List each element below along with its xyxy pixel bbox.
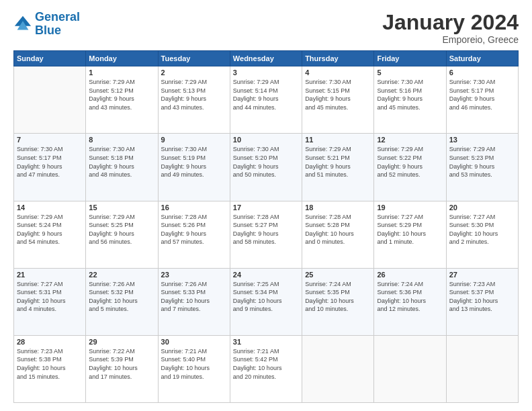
table-row: 15Sunrise: 7:29 AM Sunset: 5:25 PM Dayli… xyxy=(86,201,158,268)
table-row: 20Sunrise: 7:27 AM Sunset: 5:30 PM Dayli… xyxy=(446,201,518,268)
table-row: 26Sunrise: 7:24 AM Sunset: 5:36 PM Dayli… xyxy=(374,268,446,335)
day-info: Sunrise: 7:29 AM Sunset: 5:12 PM Dayligh… xyxy=(89,78,154,111)
col-monday: Monday xyxy=(86,51,158,66)
table-row: 24Sunrise: 7:25 AM Sunset: 5:34 PM Dayli… xyxy=(230,268,302,335)
col-thursday: Thursday xyxy=(302,51,374,66)
day-number: 29 xyxy=(89,338,154,346)
day-info: Sunrise: 7:29 AM Sunset: 5:13 PM Dayligh… xyxy=(161,78,227,111)
table-row xyxy=(14,66,86,134)
table-row: 9Sunrise: 7:30 AM Sunset: 5:19 PM Daylig… xyxy=(158,134,230,201)
day-info: Sunrise: 7:30 AM Sunset: 5:15 PM Dayligh… xyxy=(305,78,371,111)
month-title: January 2024 xyxy=(382,11,519,34)
day-number: 14 xyxy=(17,203,83,212)
location: Emporeio, Greece xyxy=(382,34,519,45)
day-info: Sunrise: 7:30 AM Sunset: 5:17 PM Dayligh… xyxy=(449,78,515,111)
table-row: 6Sunrise: 7:30 AM Sunset: 5:17 PM Daylig… xyxy=(446,66,518,134)
day-number: 18 xyxy=(305,203,371,212)
table-row: 2Sunrise: 7:29 AM Sunset: 5:13 PM Daylig… xyxy=(158,66,230,134)
day-number: 19 xyxy=(377,203,443,212)
day-number: 2 xyxy=(161,68,227,77)
day-number: 25 xyxy=(305,271,371,279)
day-info: Sunrise: 7:26 AM Sunset: 5:33 PM Dayligh… xyxy=(161,280,227,314)
table-row: 3Sunrise: 7:29 AM Sunset: 5:14 PM Daylig… xyxy=(230,66,302,134)
table-row: 8Sunrise: 7:30 AM Sunset: 5:18 PM Daylig… xyxy=(86,134,158,201)
day-info: Sunrise: 7:29 AM Sunset: 5:24 PM Dayligh… xyxy=(17,213,83,246)
day-info: Sunrise: 7:21 AM Sunset: 5:40 PM Dayligh… xyxy=(161,347,227,381)
day-number: 20 xyxy=(449,203,515,212)
logo: General Blue xyxy=(13,11,80,38)
table-row: 16Sunrise: 7:28 AM Sunset: 5:26 PM Dayli… xyxy=(158,201,230,268)
logo-general: General xyxy=(35,10,80,24)
table-row: 23Sunrise: 7:26 AM Sunset: 5:33 PM Dayli… xyxy=(158,268,230,335)
day-info: Sunrise: 7:28 AM Sunset: 5:27 PM Dayligh… xyxy=(233,213,299,246)
table-row xyxy=(374,335,446,402)
day-number: 28 xyxy=(17,338,83,346)
col-sunday: Sunday xyxy=(14,51,86,66)
table-row: 19Sunrise: 7:27 AM Sunset: 5:29 PM Dayli… xyxy=(374,201,446,268)
day-number: 4 xyxy=(305,68,371,77)
day-number: 8 xyxy=(89,136,154,144)
day-info: Sunrise: 7:30 AM Sunset: 5:20 PM Dayligh… xyxy=(233,145,299,179)
calendar-header-row: Sunday Monday Tuesday Wednesday Thursday… xyxy=(14,51,519,66)
day-info: Sunrise: 7:23 AM Sunset: 5:38 PM Dayligh… xyxy=(17,347,83,381)
table-row: 18Sunrise: 7:28 AM Sunset: 5:28 PM Dayli… xyxy=(302,201,374,268)
day-number: 22 xyxy=(89,271,154,279)
day-info: Sunrise: 7:21 AM Sunset: 5:42 PM Dayligh… xyxy=(233,347,299,381)
day-number: 30 xyxy=(161,338,227,346)
day-number: 9 xyxy=(161,136,227,144)
table-row: 21Sunrise: 7:27 AM Sunset: 5:31 PM Dayli… xyxy=(14,268,86,335)
table-row: 29Sunrise: 7:22 AM Sunset: 5:39 PM Dayli… xyxy=(86,335,158,402)
logo-text: General Blue xyxy=(35,11,80,38)
day-info: Sunrise: 7:30 AM Sunset: 5:19 PM Dayligh… xyxy=(161,145,227,179)
table-row xyxy=(302,335,374,402)
title-block: January 2024 Emporeio, Greece xyxy=(382,11,519,45)
day-number: 7 xyxy=(17,136,83,144)
day-number: 31 xyxy=(233,338,299,346)
calendar-week-row: 21Sunrise: 7:27 AM Sunset: 5:31 PM Dayli… xyxy=(14,268,519,335)
day-info: Sunrise: 7:29 AM Sunset: 5:21 PM Dayligh… xyxy=(305,145,371,179)
logo-blue: Blue xyxy=(35,24,80,38)
table-row: 10Sunrise: 7:30 AM Sunset: 5:20 PM Dayli… xyxy=(230,134,302,201)
table-row: 25Sunrise: 7:24 AM Sunset: 5:35 PM Dayli… xyxy=(302,268,374,335)
day-info: Sunrise: 7:28 AM Sunset: 5:26 PM Dayligh… xyxy=(161,213,227,246)
day-info: Sunrise: 7:30 AM Sunset: 5:18 PM Dayligh… xyxy=(89,145,154,179)
day-number: 17 xyxy=(233,203,299,212)
col-tuesday: Tuesday xyxy=(158,51,230,66)
calendar-week-row: 7Sunrise: 7:30 AM Sunset: 5:17 PM Daylig… xyxy=(14,134,519,201)
day-number: 5 xyxy=(377,68,443,77)
day-number: 26 xyxy=(377,271,443,279)
day-number: 27 xyxy=(449,271,515,279)
day-info: Sunrise: 7:26 AM Sunset: 5:32 PM Dayligh… xyxy=(89,280,154,314)
day-number: 12 xyxy=(377,136,443,144)
col-friday: Friday xyxy=(374,51,446,66)
table-row: 11Sunrise: 7:29 AM Sunset: 5:21 PM Dayli… xyxy=(302,134,374,201)
header: General Blue January 2024 Emporeio, Gree… xyxy=(13,11,519,45)
page: General Blue January 2024 Emporeio, Gree… xyxy=(0,0,532,411)
day-info: Sunrise: 7:24 AM Sunset: 5:35 PM Dayligh… xyxy=(305,280,371,314)
table-row: 31Sunrise: 7:21 AM Sunset: 5:42 PM Dayli… xyxy=(230,335,302,402)
day-number: 21 xyxy=(17,271,83,279)
table-row: 28Sunrise: 7:23 AM Sunset: 5:38 PM Dayli… xyxy=(14,335,86,402)
day-info: Sunrise: 7:28 AM Sunset: 5:28 PM Dayligh… xyxy=(305,213,371,246)
day-number: 10 xyxy=(233,136,299,144)
day-info: Sunrise: 7:27 AM Sunset: 5:31 PM Dayligh… xyxy=(17,280,83,314)
day-info: Sunrise: 7:29 AM Sunset: 5:25 PM Dayligh… xyxy=(89,213,154,246)
day-number: 6 xyxy=(449,68,515,77)
day-info: Sunrise: 7:30 AM Sunset: 5:17 PM Dayligh… xyxy=(17,145,83,179)
day-number: 1 xyxy=(89,68,154,77)
calendar-week-row: 14Sunrise: 7:29 AM Sunset: 5:24 PM Dayli… xyxy=(14,201,519,268)
day-info: Sunrise: 7:25 AM Sunset: 5:34 PM Dayligh… xyxy=(233,280,299,314)
table-row: 14Sunrise: 7:29 AM Sunset: 5:24 PM Dayli… xyxy=(14,201,86,268)
table-row: 17Sunrise: 7:28 AM Sunset: 5:27 PM Dayli… xyxy=(230,201,302,268)
day-number: 11 xyxy=(305,136,371,144)
day-info: Sunrise: 7:29 AM Sunset: 5:22 PM Dayligh… xyxy=(377,145,443,179)
table-row: 12Sunrise: 7:29 AM Sunset: 5:22 PM Dayli… xyxy=(374,134,446,201)
calendar-week-row: 1Sunrise: 7:29 AM Sunset: 5:12 PM Daylig… xyxy=(14,66,519,134)
day-number: 3 xyxy=(233,68,299,77)
table-row: 13Sunrise: 7:29 AM Sunset: 5:23 PM Dayli… xyxy=(446,134,518,201)
table-row: 27Sunrise: 7:23 AM Sunset: 5:37 PM Dayli… xyxy=(446,268,518,335)
day-number: 15 xyxy=(89,203,154,212)
table-row: 7Sunrise: 7:30 AM Sunset: 5:17 PM Daylig… xyxy=(14,134,86,201)
calendar-table: Sunday Monday Tuesday Wednesday Thursday… xyxy=(13,50,519,403)
table-row: 30Sunrise: 7:21 AM Sunset: 5:40 PM Dayli… xyxy=(158,335,230,402)
